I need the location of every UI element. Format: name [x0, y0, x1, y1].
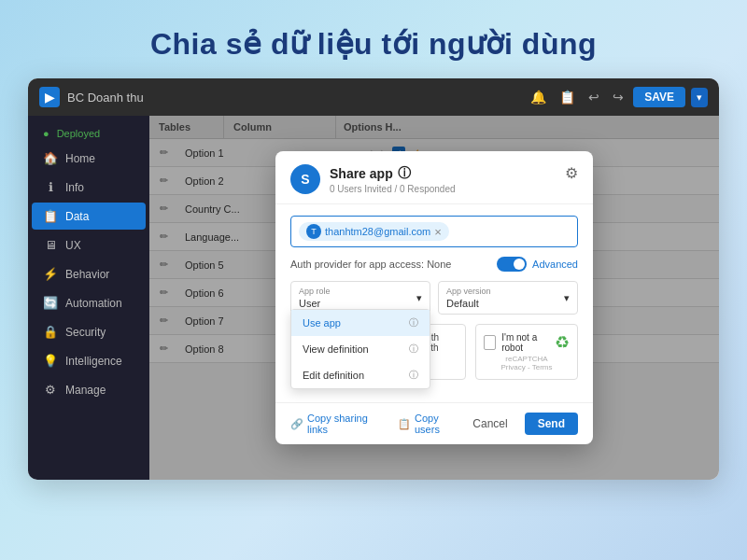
- sidebar-item-behavior[interactable]: ⚡ Behavior: [32, 260, 146, 287]
- sidebar-item-manage[interactable]: ⚙ Manage: [32, 376, 146, 403]
- captcha-label: I'm not a robot: [501, 332, 549, 353]
- footer-links: 🔗 Copy sharing links 📋 Copy users: [290, 413, 463, 435]
- check-icon: ⓘ: [409, 316, 418, 329]
- email-chip: T thanhtm28@gmail.com ×: [299, 222, 449, 241]
- recaptcha-logo: ♻: [555, 332, 570, 353]
- sidebar-item-label: Home: [65, 152, 95, 165]
- sidebar-item-intelligence[interactable]: 💡 Intelligence: [32, 347, 146, 374]
- copy-sharing-link[interactable]: 🔗 Copy sharing links: [290, 413, 387, 435]
- context-menu-item-edit-def[interactable]: Edit definition ⓘ: [291, 362, 430, 388]
- sidebar-item-label: Behavior: [65, 268, 109, 281]
- info-icon: ℹ: [43, 180, 58, 194]
- app-logo: ▶: [39, 87, 60, 107]
- captcha-checkbox[interactable]: [484, 335, 496, 350]
- dropdown-row: App role User ▾ Use app ⓘ: [290, 281, 578, 315]
- automation-icon: 🔄: [43, 296, 58, 310]
- email-input-area[interactable]: T thanhtm28@gmail.com ×: [290, 216, 578, 247]
- share-avatar: S: [290, 164, 320, 194]
- auth-label: Auth provider for app access: None: [290, 259, 451, 270]
- notification-icon[interactable]: 🔔: [527, 88, 550, 106]
- sidebar-deployed-status: ● Deployed: [32, 124, 146, 143]
- context-menu: Use app ⓘ View definition ⓘ Edit definit…: [290, 309, 430, 389]
- manage-icon: ⚙: [43, 383, 58, 397]
- link-icon: 🔗: [290, 418, 303, 430]
- ux-icon: 🖥: [43, 238, 58, 252]
- deployed-dot: ●: [43, 128, 49, 139]
- sidebar-item-label: Security: [65, 326, 106, 339]
- undo-icon[interactable]: ↩: [585, 88, 603, 106]
- auth-row: Auth provider for app access: None Advan…: [290, 257, 578, 272]
- chevron-down-icon: ▾: [564, 292, 570, 304]
- intelligence-icon: 💡: [43, 354, 58, 368]
- context-menu-item-view-def[interactable]: View definition ⓘ: [291, 336, 430, 362]
- data-icon: 📋: [43, 209, 58, 223]
- top-bar: ▶ BC Doanh thu 🔔 📋 ↩ ↪ SAVE ▾: [28, 78, 719, 116]
- captcha-box: I'm not a robot ♻ reCAPTCHA Privacy - Te…: [475, 324, 578, 380]
- info-icon: ⓘ: [409, 369, 418, 382]
- app-name: BC Doanh thu: [67, 91, 519, 105]
- content-area: Tables Column Options H... ✏ Option 1 = …: [149, 116, 719, 480]
- sidebar-item-label: Automation: [65, 297, 122, 310]
- sidebar-item-ux[interactable]: 🖥 UX: [32, 231, 146, 259]
- dialog-title: Share app ⓘ: [330, 165, 456, 182]
- info-icon: ⓘ: [398, 165, 411, 182]
- dialog-footer: 🔗 Copy sharing links 📋 Copy users Cancel…: [275, 402, 593, 444]
- sidebar-item-automation[interactable]: 🔄 Automation: [32, 289, 146, 316]
- app-version-container: App version Default ▾: [438, 281, 578, 315]
- security-icon: 🔒: [43, 325, 58, 339]
- sidebar-item-label: Intelligence: [65, 355, 122, 368]
- dialog-subtitle: 0 Users Invited / 0 Responded: [330, 184, 456, 194]
- share-dialog: S Share app ⓘ 0 Users Invited / 0 Respon…: [275, 151, 593, 444]
- app-role-label: App role: [299, 287, 331, 296]
- email-value: thanhtm28@gmail.com: [325, 226, 430, 237]
- toggle-thumb: [514, 259, 525, 270]
- info-icon: ⓘ: [409, 343, 418, 356]
- dialog-title-group: Share app ⓘ 0 Users Invited / 0 Responde…: [330, 165, 456, 194]
- users-icon: 📋: [398, 418, 411, 430]
- page-title: Chia sẻ dữ liệu tới người dùng: [150, 26, 597, 62]
- dialog-gear-icon[interactable]: ⚙: [565, 164, 578, 182]
- top-bar-actions: 🔔 📋 ↩ ↪ SAVE ▾: [527, 87, 708, 107]
- send-button[interactable]: Send: [525, 413, 578, 435]
- sidebar-item-data[interactable]: 📋 Data: [32, 203, 146, 230]
- app-version-dropdown[interactable]: App version Default ▾: [438, 281, 578, 315]
- sidebar-item-security[interactable]: 🔒 Security: [32, 318, 146, 345]
- app-role-value: User: [299, 298, 320, 309]
- advanced-toggle[interactable]: Advanced: [497, 257, 578, 272]
- dialog-title-area: S Share app ⓘ 0 Users Invited / 0 Respon…: [290, 164, 456, 194]
- auth-value: None: [427, 259, 451, 270]
- app-version-label: App version: [446, 287, 491, 296]
- sidebar-item-info[interactable]: ℹ Info: [32, 174, 146, 201]
- save-button[interactable]: SAVE: [633, 87, 685, 107]
- redo-icon[interactable]: ↪: [609, 88, 627, 106]
- footer-actions: Cancel Send: [463, 413, 578, 435]
- cancel-button[interactable]: Cancel: [463, 413, 516, 435]
- sidebar-item-label: Manage: [65, 384, 106, 397]
- sidebar-item-home[interactable]: 🏠 Home: [32, 145, 146, 172]
- sidebar-item-label: Data: [65, 210, 89, 223]
- behavior-icon: ⚡: [43, 267, 58, 281]
- sidebar: ● Deployed 🏠 Home ℹ Info 📋 Data 🖥 UX ⚡: [28, 116, 149, 480]
- modal-overlay: S Share app ⓘ 0 Users Invited / 0 Respon…: [149, 116, 719, 480]
- home-icon: 🏠: [43, 151, 58, 165]
- dialog-header: S Share app ⓘ 0 Users Invited / 0 Respon…: [275, 151, 593, 204]
- sidebar-item-label: UX: [65, 239, 81, 252]
- app-window: ▶ BC Doanh thu 🔔 📋 ↩ ↪ SAVE ▾ ● Deployed…: [28, 78, 719, 480]
- dialog-body: T thanhtm28@gmail.com × Auth provider fo…: [275, 204, 593, 402]
- app-version-value: Default: [446, 298, 479, 309]
- context-menu-item-use-app[interactable]: Use app ⓘ: [291, 310, 430, 336]
- captcha-top: I'm not a robot ♻: [484, 332, 570, 353]
- email-chip-avatar: T: [306, 224, 321, 239]
- toggle-track[interactable]: [497, 257, 527, 272]
- chip-close-icon[interactable]: ×: [434, 225, 442, 239]
- copy-icon[interactable]: 📋: [556, 88, 579, 106]
- sidebar-item-label: Info: [65, 181, 84, 194]
- save-dropdown-button[interactable]: ▾: [691, 88, 708, 107]
- main-layout: ● Deployed 🏠 Home ℹ Info 📋 Data 🖥 UX ⚡: [28, 116, 719, 480]
- chevron-down-icon: ▾: [416, 292, 422, 304]
- captcha-footer: reCAPTCHA Privacy - Terms: [501, 355, 553, 371]
- copy-users-link[interactable]: 📋 Copy users: [398, 413, 463, 435]
- advanced-label: Advanced: [532, 259, 578, 270]
